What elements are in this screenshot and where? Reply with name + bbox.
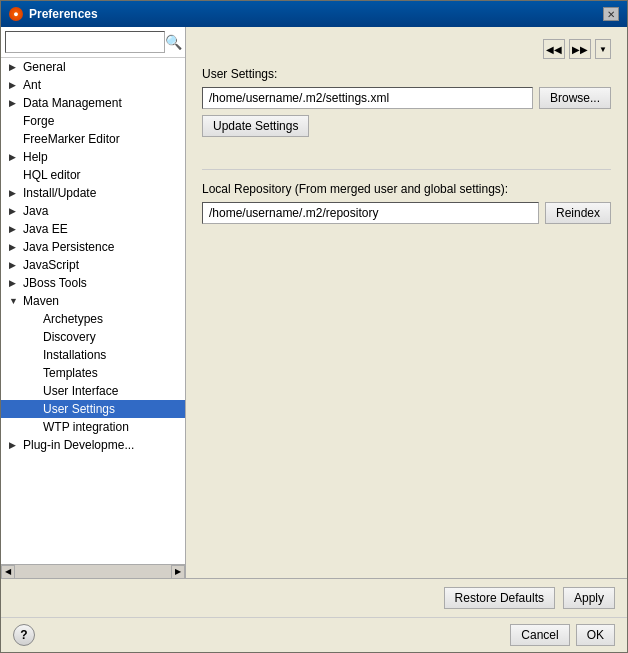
tree-item-java-ee[interactable]: ▶Java EE <box>1 220 185 238</box>
tree-item-data-management[interactable]: ▶Data Management <box>1 94 185 112</box>
apply-button[interactable]: Apply <box>563 587 615 609</box>
tree-item-user-settings[interactable]: User Settings <box>1 400 185 418</box>
scroll-left[interactable]: ◀ <box>1 565 15 579</box>
tree-item-forge[interactable]: Forge <box>1 112 185 130</box>
tree-arrow-jboss-tools: ▶ <box>9 278 19 288</box>
app-icon: ● <box>9 7 23 21</box>
tree-label-user-interface: User Interface <box>43 384 118 398</box>
section-divider <box>202 169 611 170</box>
update-settings-button[interactable]: Update Settings <box>202 115 309 137</box>
tree-label-java-persistence: Java Persistence <box>23 240 114 254</box>
tree-arrow-install-update: ▶ <box>9 188 19 198</box>
tree-label-freemarker-editor: FreeMarker Editor <box>23 132 120 146</box>
bottom-right: Restore Defaults Apply <box>444 587 615 609</box>
tree-item-general[interactable]: ▶General <box>1 58 185 76</box>
tree-label-archetypes: Archetypes <box>43 312 103 326</box>
tree-label-discovery: Discovery <box>43 330 96 344</box>
tree-label-java: Java <box>23 204 48 218</box>
tree-item-help[interactable]: ▶Help <box>1 148 185 166</box>
tree-container[interactable]: ▶General▶Ant▶Data ManagementForgeFreeMar… <box>1 58 185 564</box>
tree-arrow-data-management: ▶ <box>9 98 19 108</box>
user-settings-input[interactable] <box>202 87 533 109</box>
tree-label-user-settings: User Settings <box>43 402 115 416</box>
tree-arrow-plug-in-development: ▶ <box>9 440 19 450</box>
title-bar-left: ● Preferences <box>9 7 98 21</box>
search-clear-button[interactable]: 🔍 <box>165 32 182 52</box>
tree-item-javascript[interactable]: ▶JavaScript <box>1 256 185 274</box>
tree-label-java-ee: Java EE <box>23 222 68 236</box>
bottom-bar: Restore Defaults Apply <box>1 578 627 617</box>
tree-item-wtp-integration[interactable]: WTP integration <box>1 418 185 436</box>
tree-label-templates: Templates <box>43 366 98 380</box>
left-panel: 🔍 ▶General▶Ant▶Data ManagementForgeFreeM… <box>1 27 186 578</box>
tree-arrow-java-persistence: ▶ <box>9 242 19 252</box>
cancel-button[interactable]: Cancel <box>510 624 569 646</box>
right-panel: ◀◀ ▶▶ ▼ User Settings: Browse... Update … <box>186 27 627 578</box>
help-button[interactable]: ? <box>13 624 35 646</box>
tree-label-maven: Maven <box>23 294 59 308</box>
tree-label-wtp-integration: WTP integration <box>43 420 129 434</box>
close-button[interactable]: ✕ <box>603 7 619 21</box>
tree-arrow-javascript: ▶ <box>9 260 19 270</box>
tree-item-hql-editor[interactable]: HQL editor <box>1 166 185 184</box>
forward-button[interactable]: ▶▶ <box>569 39 591 59</box>
scroll-track[interactable] <box>15 565 171 578</box>
local-repo-row: Reindex <box>202 202 611 224</box>
user-settings-section: User Settings: Browse... Update Settings <box>202 67 611 149</box>
nav-dropdown-button[interactable]: ▼ <box>595 39 611 59</box>
nav-bar: ◀◀ ▶▶ ▼ <box>202 39 611 59</box>
local-repo-label: Local Repository (From merged user and g… <box>202 182 611 196</box>
title-bar: ● Preferences ✕ <box>1 1 627 27</box>
tree-label-data-management: Data Management <box>23 96 122 110</box>
search-input[interactable] <box>5 31 165 53</box>
main-content: 🔍 ▶General▶Ant▶Data ManagementForgeFreeM… <box>1 27 627 578</box>
search-bar: 🔍 <box>1 27 185 58</box>
back-button[interactable]: ◀◀ <box>543 39 565 59</box>
tree-label-javascript: JavaScript <box>23 258 79 272</box>
scroll-right[interactable]: ▶ <box>171 565 185 579</box>
local-repo-section: Local Repository (From merged user and g… <box>202 182 611 230</box>
tree-item-templates[interactable]: Templates <box>1 364 185 382</box>
tree-arrow-general: ▶ <box>9 62 19 72</box>
user-settings-row: Browse... <box>202 87 611 109</box>
tree-item-java[interactable]: ▶Java <box>1 202 185 220</box>
tree-item-maven[interactable]: ▼Maven <box>1 292 185 310</box>
user-settings-label: User Settings: <box>202 67 611 81</box>
tree-item-discovery[interactable]: Discovery <box>1 328 185 346</box>
tree-label-installations: Installations <box>43 348 106 362</box>
tree-item-installations[interactable]: Installations <box>1 346 185 364</box>
tree-arrow-maven: ▼ <box>9 296 19 306</box>
tree-item-install-update[interactable]: ▶Install/Update <box>1 184 185 202</box>
window-title: Preferences <box>29 7 98 21</box>
browse-button[interactable]: Browse... <box>539 87 611 109</box>
tree-label-help: Help <box>23 150 48 164</box>
tree-label-install-update: Install/Update <box>23 186 96 200</box>
action-row: ? Cancel OK <box>1 617 627 652</box>
tree-arrow-ant: ▶ <box>9 80 19 90</box>
tree-item-freemarker-editor[interactable]: FreeMarker Editor <box>1 130 185 148</box>
tree-item-jboss-tools[interactable]: ▶JBoss Tools <box>1 274 185 292</box>
preferences-window: ● Preferences ✕ 🔍 ▶General▶Ant▶Data Mana… <box>0 0 628 653</box>
tree-arrow-help: ▶ <box>9 152 19 162</box>
tree-label-jboss-tools: JBoss Tools <box>23 276 87 290</box>
reindex-button[interactable]: Reindex <box>545 202 611 224</box>
ok-button[interactable]: OK <box>576 624 615 646</box>
tree-item-plug-in-development[interactable]: ▶Plug-in Developme... <box>1 436 185 454</box>
tree-label-general: General <box>23 60 66 74</box>
local-repo-input[interactable] <box>202 202 539 224</box>
tree-label-ant: Ant <box>23 78 41 92</box>
tree-label-hql-editor: HQL editor <box>23 168 81 182</box>
tree-label-forge: Forge <box>23 114 54 128</box>
tree-item-user-interface[interactable]: User Interface <box>1 382 185 400</box>
tree-label-plug-in-development: Plug-in Developme... <box>23 438 134 452</box>
restore-defaults-button[interactable]: Restore Defaults <box>444 587 555 609</box>
tree-arrow-java: ▶ <box>9 206 19 216</box>
tree-item-archetypes[interactable]: Archetypes <box>1 310 185 328</box>
horizontal-scrollbar[interactable]: ◀ ▶ <box>1 564 185 578</box>
tree-arrow-java-ee: ▶ <box>9 224 19 234</box>
tree-item-ant[interactable]: ▶Ant <box>1 76 185 94</box>
tree-item-java-persistence[interactable]: ▶Java Persistence <box>1 238 185 256</box>
